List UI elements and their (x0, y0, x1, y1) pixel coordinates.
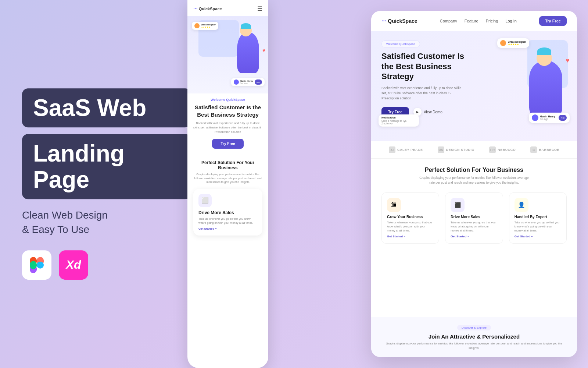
feature-text-sales: Take us wherever you go so that you know… (451, 220, 497, 233)
feature-text-expert: Take us wherever you go so that you know… (514, 220, 561, 233)
desktop-logo-dots: ··· (381, 18, 386, 24)
feature-link-sales[interactable]: Get Started » (451, 235, 497, 238)
badge-time: 1m ago (240, 82, 253, 84)
features-grid: 🏛 Grow Your Business Take us wherever yo… (381, 192, 567, 244)
mobile-logo: ··· QuickSpace (193, 6, 222, 12)
logo-caley: AI CALEY PEACE (389, 146, 423, 153)
desktop-nav: ··· QuickSpace Company Feature Pricing L… (371, 11, 577, 31)
desktop-nav-try-button[interactable]: Try Free (539, 16, 567, 26)
user-avatar (532, 114, 538, 121)
person-hair (241, 23, 251, 29)
nav-login[interactable]: Log In (505, 19, 517, 23)
feature-title-grow: Grow Your Business (387, 215, 434, 219)
logo-os-text: OS (438, 148, 443, 152)
feature-title-expert: Handled By Expert (514, 215, 561, 219)
desktop-mockup: ··· QuickSpace Company Feature Pricing L… (371, 11, 577, 357)
badge-avatar (194, 23, 200, 28)
desktop-nav-links: Company Feature Pricing Log In (440, 19, 517, 23)
mobile-welcome-text: Welcome QuickSpace (193, 98, 262, 102)
logo-nebucco-name: NEBUCCO (498, 148, 516, 152)
user-msg-btn: msg (559, 115, 567, 121)
designer-stars: ★★★★★ (508, 43, 526, 46)
desktop-logo: ··· QuickSpace (381, 18, 417, 24)
logo-barbecoe: B BARBECOE (530, 146, 559, 153)
logo-design: OS DESIGN STUDIO (438, 146, 475, 153)
hero-heart-icon: ♥ (566, 57, 570, 64)
notif-text: Send a message to Ilya Zinchenko (381, 120, 416, 125)
user-time: 1m ago (540, 118, 555, 120)
badge-btn: msg (255, 79, 262, 85)
notification-badge: Notification Send a message to Ilya Zinc… (379, 114, 419, 127)
notif-title: Notification (381, 116, 416, 119)
join-title: Join An Attractive & Personaliozed (381, 333, 567, 340)
tool-icons: Xd (22, 250, 191, 280)
mobile-section-desc: Graphs displaying your performance for m… (193, 173, 262, 184)
title-block-2: Landing Page (22, 134, 191, 199)
left-panel: SaaS Web Landing Page Clean Web Design& … (22, 88, 191, 280)
svg-rect-3 (30, 261, 37, 269)
badge-role: Web Designer (201, 24, 216, 26)
person-body (237, 33, 259, 73)
logo-ai-text: AI (391, 148, 394, 152)
mobile-hero-heading: Satisfied Customer Is the Best Business … (193, 104, 262, 118)
badge-avatar-2 (234, 79, 239, 85)
desktop-logo-text: QuickSpace (388, 18, 417, 24)
title-block-1: SaaS Web (22, 88, 191, 127)
xd-label: Xd (66, 258, 81, 272)
nav-feature[interactable]: Feature (465, 19, 478, 23)
main-title-line1: SaaS Web (33, 95, 180, 121)
logo-nebucco: HR NEBUCCO (489, 146, 516, 153)
designer-avatar (500, 40, 506, 46)
logo-caley-name: CALEY PEACE (397, 148, 423, 152)
feature-icon-expert: 👤 (514, 198, 528, 212)
mobile-mockup: ··· QuickSpace ☰ ♥ Web Designer ★★★★★ (187, 0, 268, 368)
hamburger-icon[interactable]: ☰ (257, 5, 262, 12)
mobile-logo-dots: ··· (193, 6, 198, 12)
feature-link-expert[interactable]: Get Started » (514, 235, 561, 238)
main-subtitle: Clean Web Design& Easy To Use (22, 208, 191, 237)
features-title: Perfect Solution For Your Business (381, 167, 567, 173)
card-icon: ⬜ (201, 197, 209, 204)
card-text: Take us wherever you go so that you know… (198, 217, 257, 225)
mobile-hero: ♥ Web Designer ★★★★★ Gavin Henry 1m ago (187, 16, 268, 93)
xd-icon: Xd (59, 250, 88, 280)
logo-icon-ai: AI (389, 146, 395, 153)
mobile-hero-desc: Backed with vast experience and fully up… (193, 121, 262, 134)
logo-icon-b: B (530, 146, 537, 153)
mobile-cta-button[interactable]: Try Free (212, 139, 244, 149)
badge-stars: ★★★★★ (201, 26, 216, 28)
desktop-hero-desc: Backed with vast experience and fully up… (381, 85, 462, 101)
demo-btn-text: View Demo (424, 110, 442, 114)
svg-point-4 (37, 261, 44, 268)
feature-text-grow: Take us wherever you go so that you know… (387, 220, 434, 233)
feature-link-grow[interactable]: Get Started » (387, 235, 434, 238)
card-title: Drive More Sales (198, 210, 257, 215)
card-link[interactable]: Get Started » (198, 227, 257, 230)
features-subtitle: Graphs displaying your performance for m… (419, 176, 529, 185)
logo-barbecoe-name: BARBECOE (539, 148, 559, 152)
join-badge: Discover & Explore (457, 325, 491, 330)
logos-row: AI CALEY PEACE OS DESIGN STUDIO HR NEBUC… (371, 141, 577, 159)
mobile-feature-card: ⬜ Drive More Sales Take us wherever you … (193, 189, 262, 236)
logo-icon-os: OS (438, 146, 444, 153)
card-icon-wrap: ⬜ (198, 194, 212, 207)
mobile-content: Welcome QuickSpace Satisfied Customer Is… (187, 93, 268, 368)
mobile-badge-designer: Web Designer ★★★★★ (192, 22, 218, 30)
features-section: Perfect Solution For Your Business Graph… (371, 159, 577, 317)
feature-card-sales: ⬛ Drive More Sales Take us wherever you … (445, 192, 503, 244)
desktop-hero-title: Satisfied Customer Is the Best Business … (381, 51, 477, 82)
designer-title: Great Designer (508, 40, 526, 43)
feature-icon-sales: ⬛ (451, 198, 465, 212)
mobile-header: ··· QuickSpace ☰ (187, 0, 268, 16)
nav-pricing[interactable]: Pricing (486, 19, 498, 23)
desktop-hero-demo-button[interactable]: ▶ View Demo (413, 108, 442, 116)
mobile-person (233, 20, 263, 73)
join-section: Discover & Explore Join An Attractive & … (371, 317, 577, 357)
nav-company[interactable]: Company (440, 19, 457, 23)
logo-design-name: DESIGN STUDIO (446, 148, 475, 152)
hero-welcome-badge: Welcome QuickSpace (381, 40, 420, 47)
logo-b-text: B (533, 148, 535, 152)
feature-card-expert: 👤 Handled By Expert Take us wherever you… (509, 192, 567, 244)
hero-badge-user: Gavin Henry 1m ago msg (529, 113, 570, 123)
badge-btn-text: msg (257, 81, 260, 83)
